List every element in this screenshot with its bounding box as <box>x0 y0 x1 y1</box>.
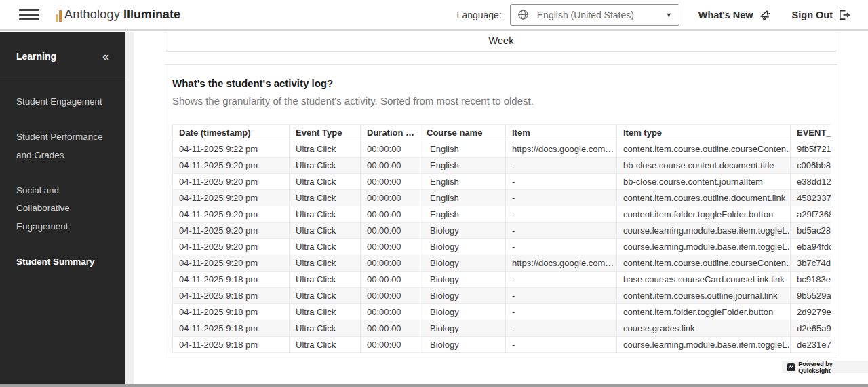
table-cell: a29f7368 <box>791 206 831 223</box>
table-row: 04-11-2025 9:18 pmUltra Click00:00:00Bio… <box>173 320 831 337</box>
table-cell: Ultra Click <box>290 272 361 288</box>
table-cell: 04-11-2025 9:20 pm <box>173 206 290 223</box>
table-cell: 00:00:00 <box>361 223 420 239</box>
whats-new-link[interactable]: What's New <box>698 8 772 22</box>
table-cell: 04-11-2025 9:20 pm <box>173 174 290 190</box>
table-cell: 04-11-2025 9:20 pm <box>173 255 290 272</box>
table-cell: 04-11-2025 9:22 pm <box>173 141 290 158</box>
column-header-event-type[interactable]: Event Type <box>290 125 361 141</box>
table-cell: c006bb88 <box>791 158 831 174</box>
table-cell: - <box>506 272 617 288</box>
table-cell: bb-close.course.content.document.title <box>617 158 791 174</box>
table-row: 04-11-2025 9:20 pmUltra Click00:00:00Eng… <box>173 158 831 174</box>
table-cell: Ultra Click <box>290 223 361 239</box>
column-header-event-id[interactable]: EVENT_ID <box>791 125 831 141</box>
table-cell: 00:00:00 <box>361 206 420 223</box>
card-subtitle: Shows the granularity of the student's a… <box>172 95 837 107</box>
table-cell: Ultra Click <box>290 190 361 206</box>
table-row: 04-11-2025 9:18 pmUltra Click00:00:00Bio… <box>173 288 831 304</box>
table-cell: Ultra Click <box>290 304 361 320</box>
table-cell: 00:00:00 <box>361 190 420 206</box>
table-cell: https://docs.google.com… <box>506 255 617 272</box>
table-row: 04-11-2025 9:18 pmUltra Click00:00:00Bio… <box>173 272 831 288</box>
table-cell: Biology <box>420 288 506 304</box>
app-window: Anthology Illuminate Language: English (… <box>0 0 868 387</box>
scrollbar-track[interactable] <box>125 32 134 384</box>
sidebar: Learning « Student Engagement Student Pe… <box>0 32 125 384</box>
table-cell: content.item.course.outline.courseConten… <box>617 255 791 272</box>
table-cell: 00:00:00 <box>361 304 420 320</box>
table-cell: content.item.folder.toggleFolder.button <box>617 206 791 223</box>
table-cell: 9b5529a <box>791 288 831 304</box>
table-cell: 4582337 <box>791 190 831 206</box>
table-cell: 00:00:00 <box>361 288 420 304</box>
sidebar-title: Learning <box>16 51 56 62</box>
table-cell: 04-11-2025 9:18 pm <box>173 272 290 288</box>
table-cell: Biology <box>420 272 506 288</box>
table-row: 04-11-2025 9:20 pmUltra Click00:00:00Bio… <box>173 239 831 255</box>
window-bottom-edge <box>0 384 868 387</box>
table-cell: bc9183e9 <box>791 272 831 288</box>
sidebar-item-social-and-collaborative-engagement[interactable]: Social and Collaborative Engagement <box>16 182 109 236</box>
activity-table: Date (timestamp) Event Type Duration … C… <box>172 124 831 353</box>
table-cell: 00:00:00 <box>361 174 420 190</box>
column-header-duration[interactable]: Duration … <box>361 125 420 141</box>
table-cell: d2e65a9 <box>791 320 831 337</box>
table-cell: English <box>420 158 506 174</box>
table-cell: Biology <box>420 223 506 239</box>
column-header-item[interactable]: Item <box>506 125 617 141</box>
powered-by-quicksight-badge[interactable]: Powered by QuickSight <box>782 361 868 373</box>
column-header-item-type[interactable]: Item type <box>617 125 791 141</box>
table-cell: English <box>420 190 506 206</box>
table-cell: 04-11-2025 9:20 pm <box>173 239 290 255</box>
table-cell: - <box>506 304 617 320</box>
sidebar-nav: Student Engagement Student Performance a… <box>0 81 125 271</box>
table-cell: 00:00:00 <box>361 320 420 337</box>
table-cell: Biology <box>420 304 506 320</box>
column-header-date[interactable]: Date (timestamp) <box>173 125 290 141</box>
table-cell: English <box>420 206 506 223</box>
table-header-row: Date (timestamp) Event Type Duration … C… <box>173 125 831 141</box>
table-cell: 04-11-2025 9:18 pm <box>173 320 290 337</box>
table-cell: 04-11-2025 9:20 pm <box>173 158 290 174</box>
table-cell: English <box>420 141 506 158</box>
hamburger-menu-icon[interactable] <box>19 9 39 20</box>
table-body: 04-11-2025 9:22 pmUltra Click00:00:00Eng… <box>173 141 831 353</box>
logo-brand-text: Anthology <box>64 7 120 22</box>
table-row: 04-11-2025 9:20 pmUltra Click00:00:00Eng… <box>173 174 831 190</box>
table-cell: 9fb5f721 <box>791 141 831 158</box>
sign-out-link[interactable]: Sign Out <box>792 8 850 21</box>
table-cell: 04-11-2025 9:20 pm <box>173 190 290 206</box>
logo-bars-icon <box>56 10 62 22</box>
table-cell: https://docs.google.com… <box>506 141 617 158</box>
table-cell: - <box>506 320 617 337</box>
table-cell: 00:00:00 <box>361 255 420 272</box>
language-select[interactable]: English (United States) ▼ <box>510 4 679 26</box>
sign-out-label: Sign Out <box>792 10 833 20</box>
table-cell: 04-11-2025 9:20 pm <box>173 223 290 239</box>
table-cell: Ultra Click <box>290 174 361 190</box>
table-cell: course.learning.module.base.item.toggleL… <box>617 337 791 353</box>
sidebar-item-student-engagement[interactable]: Student Engagement <box>16 93 109 111</box>
sign-out-icon <box>837 8 850 21</box>
megaphone-icon <box>758 8 772 22</box>
table-cell: Ultra Click <box>290 320 361 337</box>
table-cell: 00:00:00 <box>361 239 420 255</box>
table-cell: content.item.courses.outline.journal.lin… <box>617 288 791 304</box>
sidebar-item-student-summary[interactable]: Student Summary <box>16 253 109 271</box>
week-label: Week <box>489 35 514 46</box>
table-cell: Ultra Click <box>290 255 361 272</box>
table-cell: Ultra Click <box>290 337 361 353</box>
table-cell: bb-close.course.content.journalItem <box>617 174 791 190</box>
sidebar-item-student-performance-and-grades[interactable]: Student Performance and Grades <box>16 128 109 164</box>
table-cell: content.item.coures.outline.document.lin… <box>617 190 791 206</box>
table-cell: 00:00:00 <box>361 141 420 158</box>
table-cell: Biology <box>420 255 506 272</box>
table-cell: - <box>506 288 617 304</box>
table-cell: Biology <box>420 320 506 337</box>
table-cell: - <box>506 158 617 174</box>
column-header-course-name[interactable]: Course name <box>420 125 506 141</box>
table-cell: English <box>420 174 506 190</box>
week-card: Week <box>165 32 837 52</box>
collapse-sidebar-icon[interactable]: « <box>102 50 109 62</box>
